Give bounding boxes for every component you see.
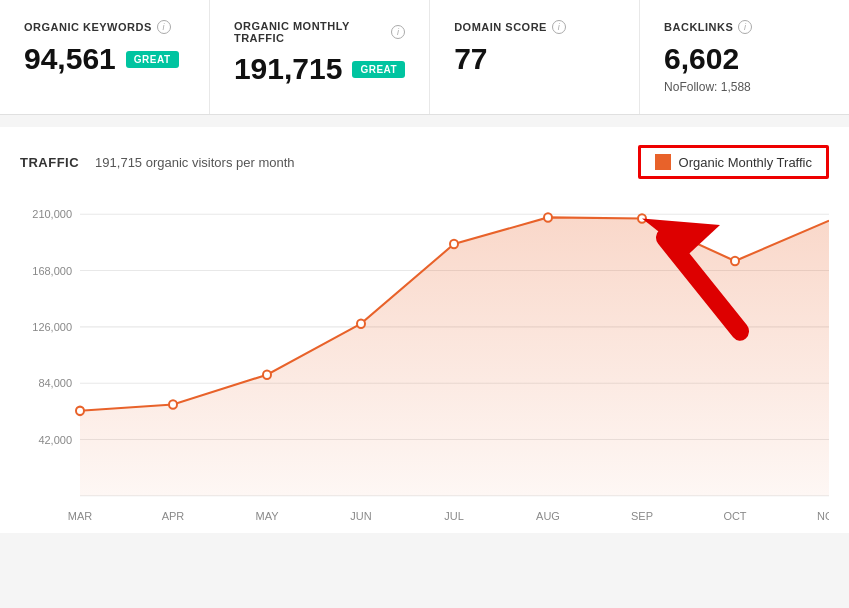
svg-text:JUN: JUN [350, 510, 371, 522]
svg-text:MAY: MAY [256, 510, 279, 522]
svg-text:JUL: JUL [444, 510, 464, 522]
svg-text:42,000: 42,000 [38, 433, 72, 445]
chart-header: TRAFFIC 191,715 organic visitors per mon… [20, 145, 829, 179]
svg-text:NOV: NOV [817, 510, 829, 522]
card-label-organic-monthly-traffic: ORGANIC MONTHLY TRAFFIC i [234, 20, 405, 44]
chart-point-aug [544, 213, 552, 222]
card-sub-backlinks: NoFollow: 1,588 [664, 80, 825, 94]
info-icon-domain-score[interactable]: i [552, 20, 566, 34]
svg-text:168,000: 168,000 [32, 265, 72, 277]
card-organic-keywords: ORGANIC KEYWORDS i 94,561 GREAT [0, 0, 210, 114]
chart-point-jun [357, 319, 365, 328]
card-value-organic-keywords: 94,561 [24, 42, 116, 76]
chart-title: TRAFFIC [20, 155, 79, 170]
card-label-organic-keywords: ORGANIC KEYWORDS i [24, 20, 185, 34]
chart-point-oct [731, 257, 739, 266]
chart-subtitle: 191,715 organic visitors per month [95, 155, 294, 170]
card-label-domain-score: DOMAIN SCORE i [454, 20, 615, 34]
card-domain-score: DOMAIN SCORE i 77 [430, 0, 640, 114]
badge-great-organic-monthly-traffic: GREAT [352, 61, 405, 78]
chart-area: 210,000 168,000 126,000 84,000 42,000 MA… [20, 193, 829, 533]
legend-color-swatch [655, 154, 671, 170]
card-value-domain-score: 77 [454, 42, 487, 76]
chart-legend[interactable]: Organic Monthly Traffic [638, 145, 829, 179]
info-icon-organic-keywords[interactable]: i [157, 20, 171, 34]
top-cards-row: ORGANIC KEYWORDS i 94,561 GREAT ORGANIC … [0, 0, 849, 115]
svg-text:AUG: AUG [536, 510, 560, 522]
card-organic-monthly-traffic: ORGANIC MONTHLY TRAFFIC i 191,715 GREAT [210, 0, 430, 114]
svg-text:OCT: OCT [723, 510, 746, 522]
info-icon-organic-monthly-traffic[interactable]: i [391, 25, 405, 39]
svg-text:84,000: 84,000 [38, 377, 72, 389]
svg-text:126,000: 126,000 [32, 321, 72, 333]
info-icon-backlinks[interactable]: i [738, 20, 752, 34]
chart-svg: 210,000 168,000 126,000 84,000 42,000 MA… [20, 193, 829, 533]
svg-text:APR: APR [162, 510, 185, 522]
chart-point-may [263, 370, 271, 379]
card-value-backlinks: 6,602 [664, 42, 739, 76]
card-label-backlinks: BACKLINKS i [664, 20, 825, 34]
svg-text:210,000: 210,000 [32, 208, 72, 220]
chart-section: TRAFFIC 191,715 organic visitors per mon… [0, 127, 849, 533]
chart-point-apr [169, 400, 177, 409]
chart-point-mar [76, 407, 84, 416]
badge-great-organic-keywords: GREAT [126, 51, 179, 68]
svg-text:MAR: MAR [68, 510, 92, 522]
legend-label: Organic Monthly Traffic [679, 155, 812, 170]
card-value-organic-monthly-traffic: 191,715 [234, 52, 342, 86]
chart-fill-area [80, 217, 829, 495]
card-backlinks: BACKLINKS i 6,602 NoFollow: 1,588 [640, 0, 849, 114]
chart-point-jul [450, 240, 458, 249]
svg-text:SEP: SEP [631, 510, 653, 522]
